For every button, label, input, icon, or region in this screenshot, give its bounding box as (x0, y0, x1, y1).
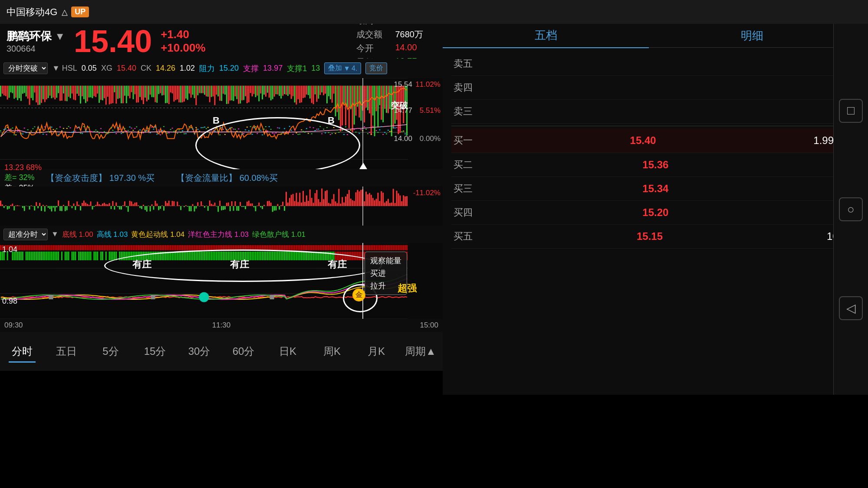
buy-2-price: 15.36 (642, 159, 668, 171)
pct-label-3: 0.00% (420, 134, 441, 143)
indicator-bar2: 超准分时 ▼ 底线 1.00 高线 1.03 黄色起动线 1.04 洋红色主力线… (0, 226, 443, 243)
magenta-label: 洋红色主力线 1.03 (188, 229, 249, 239)
flow-chart-canvas (0, 187, 443, 226)
price-label-2: 14.77 (394, 106, 412, 115)
signal-icon: △ (62, 7, 68, 17)
zulli-value: 15.20 (219, 64, 239, 73)
ck-value: 14.26 (156, 64, 175, 73)
back-icon[interactable]: ◁ (839, 296, 863, 320)
tab-月K[interactable]: 月K (354, 341, 398, 362)
indicator-bar: 分时突破 ▼ HSL 0.05 XG 15.40 CK 14.26 1.02 阻… (0, 59, 443, 78)
right-panel: 五档 明细 卖五 卖四 卖三 买一 15.40 1.99万 (443, 24, 855, 395)
flow-pct-top: -11.02% (413, 189, 441, 197)
buy-4-label: 买四 (454, 206, 473, 219)
sell-3-label: 卖三 (454, 105, 473, 118)
order-book: 卖五 卖四 卖三 买一 15.40 1.99万 买二 15.36 9 (443, 48, 855, 253)
fund1-label: 【资金攻击度】 197.30 %买 (46, 172, 155, 184)
zhicheng1-value: 13 (311, 64, 320, 73)
order-book-separator (451, 126, 846, 126)
zhicheng-value: 13.97 (263, 64, 283, 73)
stock-change: +1.40 +10.00% (161, 28, 205, 55)
stock-name: 鹏鹞环保 ▼ (7, 29, 65, 44)
stock-code: 300664 (7, 44, 65, 54)
tab-明细[interactable]: 明细 (649, 24, 855, 48)
fund2-label: 【资金流量比】 60.08%买 (176, 172, 277, 184)
flow-chart: -11.02% (0, 187, 443, 226)
buy-4-price: 15.20 (642, 206, 668, 219)
price-label-1: 15.54 (394, 80, 412, 89)
carrier-text: 中国移动4G (7, 6, 57, 19)
tab-日K[interactable]: 日K (266, 341, 310, 362)
sell-4-label: 卖四 (454, 81, 473, 94)
stats-pct1: 13.23 68% (4, 163, 42, 172)
gold-icon: 金 (352, 288, 365, 301)
indicator-select2[interactable]: 超准分时 (3, 229, 48, 240)
jingjia-btn[interactable]: 竞价 (365, 62, 387, 74)
tab-5分[interactable]: 5分 (89, 341, 133, 362)
buy-3-row: 买三 15.34 5 (451, 177, 846, 201)
bottom-chart: 1.04 0.98 有庄 有庄 有庄 金 观察能量 买进 拉升 超强 (0, 243, 443, 319)
green-label: 绿色散户线 1.01 (252, 229, 306, 239)
buy-3-price: 15.34 (642, 183, 668, 195)
buy-5-label: 买五 (454, 230, 473, 243)
stock-change-abs: +1.40 (161, 28, 205, 41)
time-mid: 11:30 (212, 321, 231, 330)
open-value: 14.00 (395, 43, 424, 54)
gao-label: 高线 1.03 (97, 229, 128, 239)
square-icon[interactable]: □ (839, 99, 863, 123)
time-start: 09:30 (4, 321, 23, 330)
buy-1-row: 买一 15.40 1.99万 (451, 128, 846, 153)
tab-30分[interactable]: 30分 (177, 341, 221, 362)
open-label: 今开 (356, 43, 382, 54)
time-axis: 09:30 11:30 15:00 (0, 319, 443, 332)
tab-60分[interactable]: 60分 (221, 341, 266, 362)
time-end: 15:00 (420, 321, 438, 330)
stock-change-pct: +10.00% (161, 41, 205, 55)
sell-5-label: 卖五 (454, 57, 473, 70)
diejia-btn[interactable]: 叠加 ▼ 4. (324, 62, 361, 74)
stats-bar: 13.23 68% 差= 32% 差= 35% 【资金攻击度】 197.30 %… (0, 169, 443, 187)
right-panel-header: 五档 明细 (443, 24, 855, 48)
status-bar: 中国移动4G △ UP (0, 0, 868, 24)
tab-五档[interactable]: 五档 (443, 23, 649, 48)
tab-分时[interactable]: 分时 (0, 341, 44, 362)
right-icons: □ ○ ◁ (833, 24, 868, 395)
buy-2-row: 买二 15.36 9 (451, 153, 846, 177)
yellow-label: 黄色起动线 1.04 (131, 229, 184, 239)
buy-4-row: 买四 15.20 1 (451, 201, 846, 225)
tab-15分[interactable]: 15分 (133, 341, 177, 362)
tab-bar: 分时 五日 5分 15分 30分 60分 日K 周K 月K 周期▲ (0, 332, 443, 371)
pct-label-2: 5.51% (420, 106, 441, 115)
indicator-select[interactable]: 分时突破 (3, 62, 48, 74)
sell-5-row: 卖五 (451, 52, 846, 76)
di-label: 底线 1.00 (62, 229, 93, 239)
stock-name-block: 鹏鹞环保 ▼ 300664 (7, 29, 65, 54)
tab-周K[interactable]: 周K (310, 341, 354, 362)
stock-header: 鹏鹞环保 ▼ 300664 15.40 +1.40 +10.00% 昨收 14.… (0, 24, 443, 59)
price-label-3: 14.00 (394, 134, 412, 143)
pct-label-1: 11.02% (415, 80, 441, 89)
volume-value: 7680万 (395, 29, 424, 40)
up-badge: UP (71, 7, 89, 17)
sell-4-row: 卖四 (451, 76, 846, 100)
buy-1-label: 买一 (454, 134, 473, 147)
buy-3-label: 买三 (454, 182, 473, 195)
buy-5-price: 15.15 (637, 230, 663, 242)
tab-五日[interactable]: 五日 (44, 341, 89, 362)
ind-val1: 1.02 (180, 64, 195, 73)
volume-label: 成交额 (356, 29, 382, 40)
buy-5-row: 买五 15.15 100 (451, 225, 846, 249)
stock-price: 15.40 (74, 26, 152, 57)
buy-1-price: 15.40 (630, 134, 656, 147)
xg-value: 15.40 (117, 64, 136, 73)
hsl-value: 0.05 (82, 64, 97, 73)
sell-3-row: 卖三 (451, 100, 846, 124)
circle-icon[interactable]: ○ (839, 197, 863, 221)
tab-周期[interactable]: 周期▲ (398, 341, 443, 362)
buy-2-label: 买二 (454, 158, 473, 171)
stats-pct2: 差= 32% (4, 172, 42, 183)
bottom-chart-canvas (0, 243, 443, 319)
